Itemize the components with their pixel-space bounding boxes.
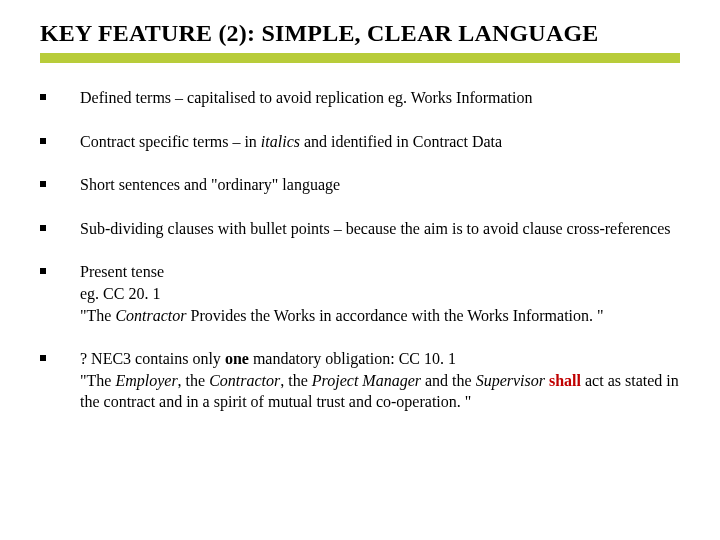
slide-title: KEY FEATURE (2): SIMPLE, CLEAR LANGUAGE	[40, 20, 680, 47]
text-line: eg. CC 20. 1	[80, 283, 680, 305]
text-fragment: and the	[421, 372, 476, 389]
text-fragment: , the	[280, 372, 312, 389]
bullet-icon	[40, 268, 46, 274]
text-line: "The Contractor Provides the Works in ac…	[80, 305, 680, 327]
bullet-text: Short sentences and "ordinary" language	[80, 174, 680, 196]
italic-role: Project Manager	[312, 372, 421, 389]
bullet-list: Defined terms – capitalised to avoid rep…	[40, 87, 680, 413]
list-item: Present tense eg. CC 20. 1 "The Contract…	[40, 261, 680, 326]
text-fragment: "The	[80, 372, 115, 389]
text-line: ? NEC3 contains only one mandatory oblig…	[80, 348, 680, 370]
list-item: Sub-dividing clauses with bullet points …	[40, 218, 680, 240]
text-line: "The Employer, the Contractor, the Proje…	[80, 370, 680, 413]
text-fragment: and identified in Contract Data	[300, 133, 502, 150]
title-underline	[40, 53, 680, 63]
italic-role: Contractor	[115, 307, 186, 324]
text-fragment: mandatory obligation: CC 10. 1	[249, 350, 456, 367]
text-fragment: Contract specific terms – in	[80, 133, 261, 150]
text-fragment: "The	[80, 307, 115, 324]
bullet-text: Defined terms – capitalised to avoid rep…	[80, 87, 680, 109]
bullet-icon	[40, 225, 46, 231]
bullet-text: Present tense eg. CC 20. 1 "The Contract…	[80, 261, 680, 326]
text-fragment: , the	[178, 372, 210, 389]
italic-term: italics	[261, 133, 300, 150]
italic-role: Supervisor	[476, 372, 545, 389]
list-item: Short sentences and "ordinary" language	[40, 174, 680, 196]
text-fragment: Provides the Works in accordance with th…	[187, 307, 604, 324]
bold-term: one	[225, 350, 249, 367]
bullet-icon	[40, 355, 46, 361]
text-fragment: ? NEC3 contains only	[80, 350, 225, 367]
bullet-text: Contract specific terms – in italics and…	[80, 131, 680, 153]
bullet-icon	[40, 138, 46, 144]
list-item: Defined terms – capitalised to avoid rep…	[40, 87, 680, 109]
list-item: ? NEC3 contains only one mandatory oblig…	[40, 348, 680, 413]
text-line: Present tense	[80, 261, 680, 283]
italic-role: Contractor	[209, 372, 280, 389]
slide: KEY FEATURE (2): SIMPLE, CLEAR LANGUAGE …	[0, 0, 720, 540]
emphasis-shall: shall	[549, 372, 581, 389]
bullet-icon	[40, 181, 46, 187]
italic-role: Employer	[115, 372, 177, 389]
bullet-text: Sub-dividing clauses with bullet points …	[80, 218, 680, 240]
bullet-text: ? NEC3 contains only one mandatory oblig…	[80, 348, 680, 413]
bullet-icon	[40, 94, 46, 100]
list-item: Contract specific terms – in italics and…	[40, 131, 680, 153]
